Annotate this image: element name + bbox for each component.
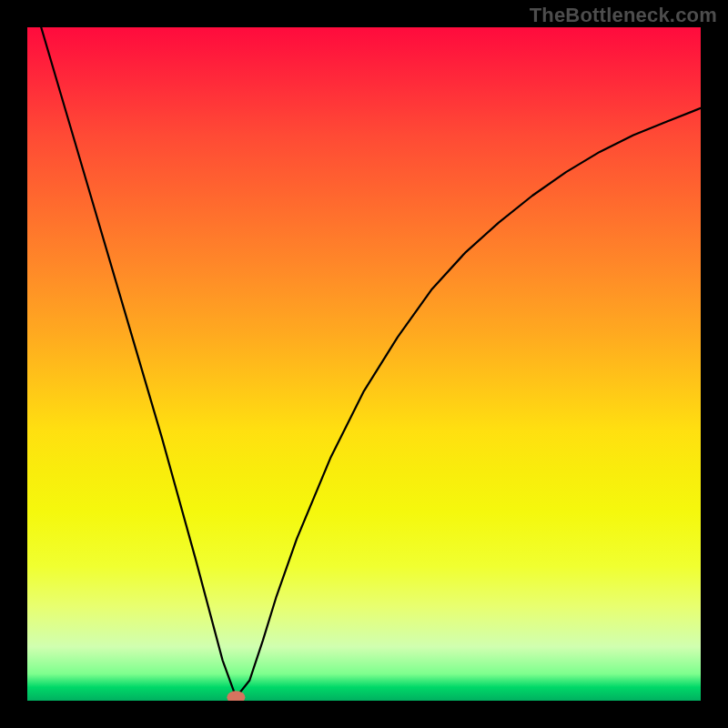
chart-frame: TheBottleneck.com [0, 0, 728, 728]
plot-gradient-background [27, 27, 701, 701]
attribution-text: TheBottleneck.com [530, 4, 717, 27]
